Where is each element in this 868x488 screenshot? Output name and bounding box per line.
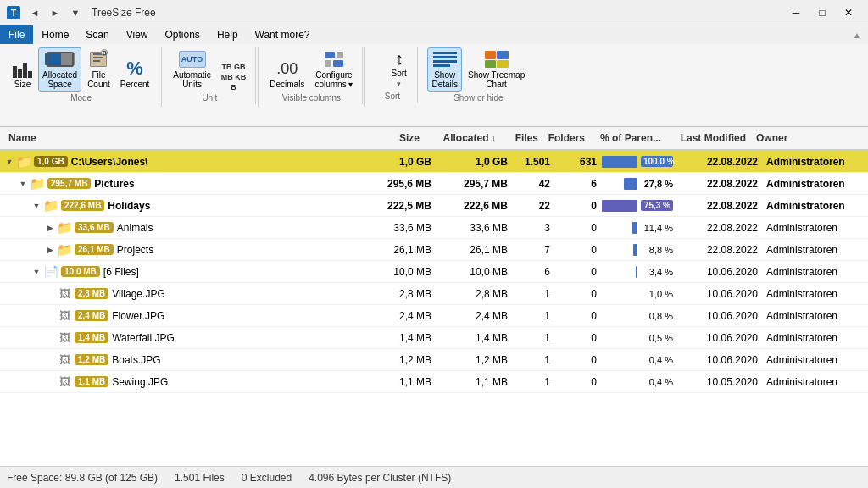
row-name: Village.JPG (112, 288, 164, 300)
svg-text:T: T (11, 8, 16, 18)
row-size: 222,5 MB (369, 200, 437, 212)
row-files: 3 (513, 222, 555, 234)
row-percent: 27,8 % (602, 178, 678, 190)
unit-buttons: AUTO AutomaticUnits TB GBMB KBB (169, 47, 250, 92)
expand-icon[interactable]: ▼ (31, 266, 42, 278)
percent-bar (602, 156, 637, 168)
row-size: 1,4 MB (369, 332, 437, 344)
show-details-button[interactable]: ShowDetails (427, 47, 462, 92)
auto-units-label: AutomaticUnits (173, 70, 210, 89)
row-modified: 10.06.2020 (678, 288, 763, 300)
table-row[interactable]: ▶ 📁 26,1 MB Projects 26,1 MB 26,1 MB 7 0… (0, 239, 868, 261)
image-icon: 🖼 (57, 310, 72, 322)
table-row[interactable]: ▶ 🖼 1,1 MB Sewing.JPG 1,1 MB 1,1 MB 1 0 … (0, 371, 868, 393)
tree-container[interactable]: ▼ 📁 1,0 GB C:\Users\Jones\ 1,0 GB 1,0 GB… (0, 151, 868, 466)
tb-gb-button[interactable]: TB GBMB KBB (217, 66, 251, 92)
size-badge: 295,7 MB (47, 178, 91, 189)
col-header-owner[interactable]: Owner (751, 132, 853, 144)
expand-icon[interactable]: ▼ (17, 178, 29, 190)
menu-want-more[interactable]: Want more? (247, 25, 319, 44)
percent-icon: % (126, 59, 143, 78)
row-name: Boats.JPG (112, 354, 160, 366)
col-header-size[interactable]: Size (357, 132, 425, 144)
row-percent: 75,3 % (602, 200, 678, 212)
size-badge: 26,1 MB (75, 244, 114, 255)
back-button[interactable]: ◄ (25, 3, 44, 22)
col-header-files[interactable]: Files (501, 132, 543, 144)
size-badge: 1,1 MB (75, 376, 108, 387)
col-header-allocated[interactable]: Allocated ↓ (425, 132, 501, 144)
expand-icon[interactable]: ▶ (44, 222, 56, 234)
row-allocated: 26,1 MB (437, 244, 513, 256)
maximize-button[interactable]: □ (810, 3, 835, 22)
sort-button[interactable]: ↕ Sort ▾ (374, 47, 411, 90)
expand-icon[interactable]: ▼ (31, 200, 42, 212)
menu-home[interactable]: Home (33, 25, 77, 44)
table-row[interactable]: ▼ 📁 222,6 MB Holidays 222,5 MB 222,6 MB … (0, 195, 868, 217)
row-allocated: 33,6 MB (437, 222, 513, 234)
row-name: Pictures (94, 178, 134, 190)
table-row[interactable]: ▶ 🖼 2,4 MB Flower.JPG 2,4 MB 2,4 MB 1 0 … (0, 305, 868, 327)
allocated-space-button[interactable]: AllocatedSpace (38, 47, 81, 92)
row-owner: Administratoren (763, 156, 865, 168)
table-row[interactable]: ▶ 🖼 1,4 MB Waterfall.JPG 1,4 MB 1,4 MB 1… (0, 327, 868, 349)
table-row[interactable]: ▶ 📁 33,6 MB Animals 33,6 MB 33,6 MB 3 0 … (0, 217, 868, 239)
size-badge: 222,6 MB (61, 200, 104, 211)
row-owner: Administratoren (763, 376, 865, 388)
ribbon-collapse[interactable]: ▲ (853, 30, 868, 40)
percent-bar (602, 200, 637, 212)
menu-help[interactable]: Help (209, 25, 247, 44)
sort-icon: ↕ Sort ▾ (392, 52, 407, 86)
ribbon: Size AllocatedSpace (0, 44, 868, 127)
percent-text: 27,8 % (641, 179, 673, 189)
file-count-button[interactable]: 3 FileCount (83, 47, 114, 92)
percent-button[interactable]: % Percent (116, 57, 153, 92)
row-allocated: 1,2 MB (437, 354, 513, 366)
show-treemap-button[interactable]: Show TreemapChart (464, 47, 529, 92)
auto-units-button[interactable]: AUTO AutomaticUnits (169, 47, 214, 92)
decimals-button[interactable]: .00 Decimals (265, 57, 309, 92)
dropdown-button[interactable]: ▼ (66, 3, 85, 22)
col-header-folders[interactable]: Folders (543, 132, 590, 144)
col-header-modified[interactable]: Last Modified (666, 132, 751, 144)
folder-icon: 📁 (57, 222, 72, 234)
expand-icon: ▶ (44, 376, 56, 388)
close-button[interactable]: ✕ (836, 3, 861, 22)
menu-file[interactable]: File (0, 25, 33, 44)
percent-text: 3,4 % (641, 267, 673, 277)
row-name-cell: ▼ 📁 222,6 MB Holidays (3, 200, 369, 212)
menu-options[interactable]: Options (157, 25, 209, 44)
menu-view[interactable]: View (118, 25, 157, 44)
table-row[interactable]: ▶ 🖼 1,2 MB Boats.JPG 1,2 MB 1,2 MB 1 0 0… (0, 349, 868, 371)
table-row[interactable]: ▼ 📁 1,0 GB C:\Users\Jones\ 1,0 GB 1,0 GB… (0, 151, 868, 173)
menu-scan[interactable]: Scan (77, 25, 117, 44)
table-row[interactable]: ▼ 📄 10,0 MB [6 Files] 10,0 MB 10,0 MB 6 … (0, 261, 868, 283)
row-owner: Administratoren (763, 244, 865, 256)
configure-cols-icon (325, 50, 343, 69)
row-folders: 0 (555, 222, 602, 234)
row-modified: 22.08.2022 (678, 156, 763, 168)
configure-cols-button[interactable]: Configurecolumns ▾ (310, 47, 357, 92)
table-row[interactable]: ▶ 🖼 2,8 MB Village.JPG 2,8 MB 2,8 MB 1 0… (0, 283, 868, 305)
row-modified: 22.08.2022 (678, 200, 763, 212)
row-modified: 22.08.2022 (678, 244, 763, 256)
row-percent: 11,4 % (602, 222, 678, 234)
expand-icon[interactable]: ▶ (44, 244, 56, 256)
table-row[interactable]: ▼ 📁 295,7 MB Pictures 295,6 MB 295,7 MB … (0, 173, 868, 195)
row-modified: 22.08.2022 (678, 222, 763, 234)
row-size: 295,6 MB (369, 178, 437, 190)
image-icon: 🖼 (57, 376, 72, 388)
forward-button[interactable]: ► (46, 3, 64, 22)
show-group-label: Show or hide (453, 93, 503, 103)
size-button[interactable]: Size (8, 57, 36, 92)
expand-icon[interactable]: ▼ (3, 156, 15, 168)
row-size: 1,0 GB (369, 156, 437, 168)
percent-bar (633, 244, 637, 256)
row-modified: 10.06.2020 (678, 266, 763, 278)
row-name-cell: ▼ 📁 295,7 MB Pictures (3, 178, 369, 190)
minimize-button[interactable]: ─ (783, 3, 809, 22)
row-files: 22 (513, 200, 555, 212)
col-header-name[interactable]: Name (3, 132, 357, 144)
size-badge: 2,4 MB (75, 310, 108, 321)
col-header-percent[interactable]: % of Paren... (590, 132, 666, 144)
